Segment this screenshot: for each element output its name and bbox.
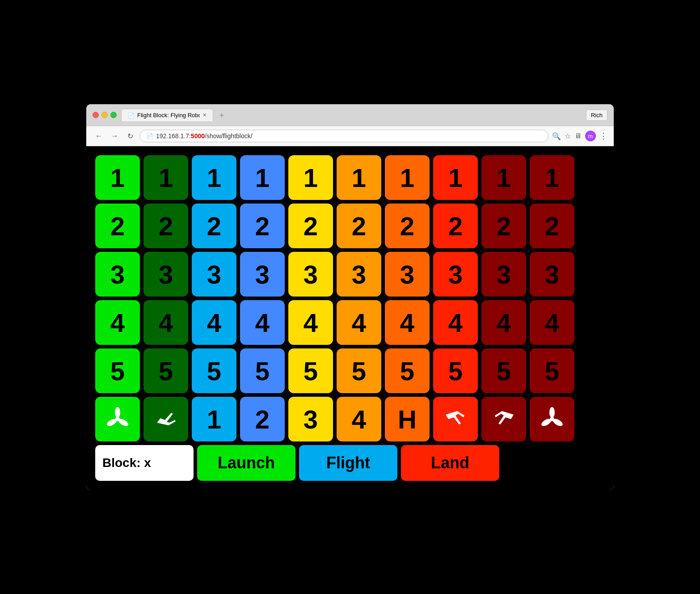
svg-point-5 [549, 407, 555, 418]
browser-window: 📄 Flight Block: Flying Robot C ✕ ＋ Rich … [86, 104, 614, 490]
special-cell-6[interactable]: 4 [337, 397, 381, 441]
plane-takeoff-icon [152, 406, 179, 433]
control-row: Block: x Launch Flight Land [95, 445, 605, 481]
cell-r4-c5[interactable]: 4 [288, 300, 333, 345]
special-cell-3[interactable]: 1 [192, 397, 236, 441]
browser-tab[interactable]: 📄 Flight Block: Flying Robot C ✕ [121, 109, 213, 121]
cell-r2-c9[interactable]: 2 [481, 204, 526, 248]
new-tab-button[interactable]: ＋ [215, 110, 228, 120]
cell-r2-c1[interactable]: 2 [95, 204, 140, 248]
menu-button[interactable]: ⋮ [599, 131, 607, 141]
cell-r4-c2[interactable]: 4 [143, 300, 188, 345]
special-cell-7[interactable]: H [385, 397, 430, 441]
cell-r1-c7[interactable]: 1 [385, 155, 430, 200]
cell-r1-c8[interactable]: 1 [433, 155, 478, 200]
maximize-button[interactable] [110, 112, 117, 118]
grid-container: 1111111111222222222233333333334444444444… [95, 155, 605, 441]
url-box[interactable]: 📄 192.168.1.7:5000/show/flightblock/ [139, 130, 548, 142]
back-button[interactable]: ← [93, 131, 105, 141]
special-cell-4[interactable]: 2 [240, 397, 285, 441]
minimize-button[interactable] [101, 112, 108, 118]
title-bar: 📄 Flight Block: Flying Robot C ✕ ＋ Rich [86, 104, 614, 126]
cell-r4-c4[interactable]: 4 [240, 300, 285, 345]
tab-close-icon[interactable]: ✕ [202, 112, 207, 118]
cell-r4-c7[interactable]: 4 [385, 300, 430, 345]
cell-r5-c7[interactable]: 5 [385, 348, 430, 393]
bookmark-icon[interactable]: ☆ [565, 132, 571, 140]
account-icon[interactable]: m [585, 131, 596, 141]
cell-r5-c3[interactable]: 5 [192, 348, 236, 393]
cell-r4-c6[interactable]: 4 [337, 300, 381, 345]
cell-r5-c4[interactable]: 5 [240, 348, 285, 393]
plane-land-right-icon [442, 406, 469, 433]
cell-r1-c10[interactable]: 1 [530, 155, 574, 200]
url-display: 192.168.1.7:5000/show/flightblock/ [156, 132, 253, 140]
cell-r5-c8[interactable]: 5 [433, 348, 478, 393]
special-cell-10[interactable] [530, 397, 574, 441]
cell-r3-c7[interactable]: 3 [385, 252, 430, 297]
cell-r2-c2[interactable]: 2 [143, 204, 188, 248]
grid-row-2: 2222222222 [95, 204, 605, 248]
cell-r3-c6[interactable]: 3 [337, 252, 381, 297]
cell-r4-c8[interactable]: 4 [433, 300, 478, 345]
cell-r5-c2[interactable]: 5 [143, 348, 188, 393]
grid-row-4: 4444444444 [95, 300, 605, 345]
close-button[interactable] [93, 112, 99, 118]
traffic-lights [93, 112, 117, 118]
cell-r2-c4[interactable]: 2 [240, 204, 285, 248]
special-cell-5[interactable]: 3 [288, 397, 333, 441]
svg-point-1 [115, 407, 120, 418]
cell-r3-c2[interactable]: 3 [143, 252, 188, 297]
cell-r3-c8[interactable]: 3 [433, 252, 478, 297]
plane-land-left-icon [490, 406, 517, 433]
land-button[interactable]: Land [401, 445, 499, 481]
cell-r4-c9[interactable]: 4 [481, 300, 526, 345]
address-icons: 🔍 ☆ 🖥 m [552, 131, 596, 141]
cell-r1-c1[interactable]: 1 [95, 155, 140, 200]
forward-button[interactable]: → [109, 131, 121, 141]
cell-r2-c10[interactable]: 2 [530, 204, 574, 248]
cell-r1-c2[interactable]: 1 [143, 155, 188, 200]
cell-r3-c5[interactable]: 3 [288, 252, 333, 297]
cell-r1-c9[interactable]: 1 [481, 155, 526, 200]
cell-r3-c9[interactable]: 3 [481, 252, 526, 297]
cell-r5-c10[interactable]: 5 [530, 348, 574, 393]
special-cell-2[interactable] [143, 397, 188, 441]
special-cell-1[interactable] [95, 397, 140, 441]
cell-r2-c5[interactable]: 2 [288, 204, 333, 248]
grid-row-special: 1234H [95, 397, 605, 441]
cell-r4-c10[interactable]: 4 [530, 300, 574, 345]
special-cell-8[interactable] [433, 397, 478, 441]
user-badge: Rich [586, 110, 607, 121]
propeller-icon [104, 406, 131, 433]
propeller-icon [539, 406, 565, 433]
cell-r5-c5[interactable]: 5 [288, 348, 333, 393]
flight-button[interactable]: Flight [299, 445, 397, 481]
grid-row-3: 3333333333 [95, 252, 605, 297]
cell-r2-c3[interactable]: 2 [192, 204, 236, 248]
cell-r5-c6[interactable]: 5 [337, 348, 381, 393]
block-display: Block: x [95, 445, 194, 481]
cell-r5-c1[interactable]: 5 [95, 348, 140, 393]
grid-row-5: 5555555555 [95, 348, 605, 393]
special-cell-9[interactable] [481, 397, 526, 441]
cell-r1-c6[interactable]: 1 [337, 155, 381, 200]
cell-r4-c3[interactable]: 4 [192, 300, 236, 345]
cell-r2-c6[interactable]: 2 [337, 204, 381, 248]
cell-r3-c3[interactable]: 3 [192, 252, 236, 297]
cell-r3-c4[interactable]: 3 [240, 252, 285, 297]
cell-r1-c5[interactable]: 1 [288, 155, 333, 200]
cast-icon[interactable]: 🖥 [574, 132, 582, 140]
cell-r5-c9[interactable]: 5 [481, 348, 526, 393]
cell-r3-c1[interactable]: 3 [95, 252, 140, 297]
cell-r2-c8[interactable]: 2 [433, 204, 478, 248]
grid-row-1: 1111111111 [95, 155, 605, 200]
cell-r1-c4[interactable]: 1 [240, 155, 285, 200]
cell-r1-c3[interactable]: 1 [192, 155, 236, 200]
cell-r4-c1[interactable]: 4 [95, 300, 140, 345]
search-icon[interactable]: 🔍 [552, 132, 561, 140]
reload-button[interactable]: ↻ [125, 131, 136, 141]
cell-r2-c7[interactable]: 2 [385, 204, 430, 248]
launch-button[interactable]: Launch [197, 445, 295, 481]
cell-r3-c10[interactable]: 3 [530, 252, 574, 297]
